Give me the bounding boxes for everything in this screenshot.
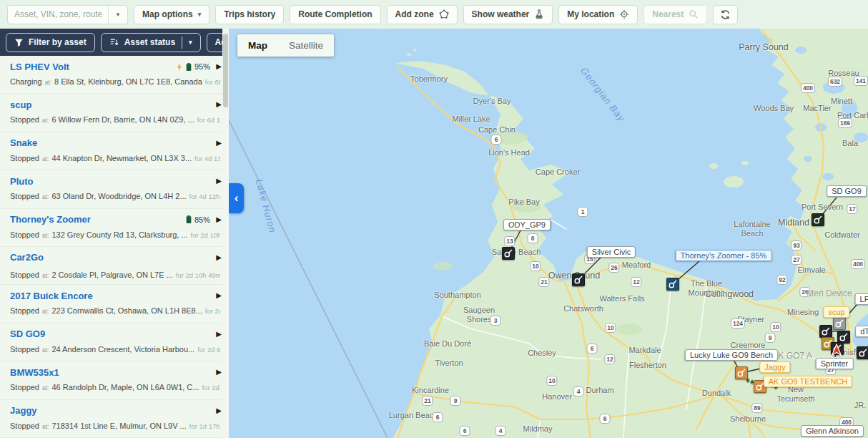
route-shield: 169 — [838, 118, 852, 128]
asset-map-label[interactable]: Lucky Luke GO9 Bench — [685, 349, 778, 361]
route-shield: 10 — [546, 376, 557, 386]
sidebar-scrollbar — [222, 29, 229, 438]
show-weather-button[interactable]: Show weather — [463, 5, 553, 24]
expand-arrow-icon[interactable]: ▶ — [216, 407, 222, 414]
asset-marker-thorneys-zoomer[interactable] — [666, 278, 679, 291]
vehicle-name[interactable]: Snake — [10, 137, 37, 148]
vehicle-name[interactable]: BMW535x1 — [10, 367, 59, 378]
map-overlay: TobermoryDyer's BayMiller LakeCape ChinL… — [229, 29, 868, 438]
town-label: Bala — [842, 139, 858, 148]
device-pointer-icon — [813, 215, 823, 225]
town-label: Dundalk — [702, 389, 731, 398]
expand-arrow-icon[interactable]: ▶ — [216, 177, 222, 185]
vehicle-list-item[interactable]: LS PHEV Volt 95% ▶ Charging at: 8 Ella S… — [0, 56, 229, 94]
expand-arrow-icon[interactable]: ▶ — [216, 291, 222, 299]
asset-map-label[interactable]: Jaggy — [759, 361, 790, 373]
sidebar-header: Filter by asset Asset status ▾ Advanced — [0, 29, 229, 56]
town-label: The BlueMountains — [689, 279, 725, 297]
top-toolbar: ▾ Map options ▾ Trips history Route Comp… — [0, 0, 868, 29]
expand-arrow-icon[interactable]: ▶ — [216, 330, 222, 338]
route-shield: 1 — [578, 207, 588, 217]
vehicle-list-item[interactable]: Thorney's Zoomer 85% ▶ Stopped at: 132 G… — [0, 209, 229, 247]
vehicle-name[interactable]: 2017 Buick Encore — [10, 291, 93, 301]
vehicle-name[interactable]: LS PHEV Volt — [10, 62, 69, 72]
search-input[interactable] — [8, 6, 108, 24]
vehicle-name[interactable]: SD GO9 — [10, 328, 45, 339]
route-shield: 6 — [460, 426, 470, 436]
add-zone-button[interactable]: Add zone — [387, 5, 458, 24]
map-options-button[interactable]: Map options ▾ — [134, 5, 209, 24]
vehicle-list: LS PHEV Volt 95% ▶ Charging at: 8 Ella S… — [0, 56, 229, 438]
asset-map-label[interactable]: dTe — [855, 326, 868, 337]
vehicle-status: Charging — [10, 77, 42, 86]
asset-map-label[interactable]: LF — [855, 293, 868, 305]
expand-arrow-icon[interactable]: ▶ — [216, 139, 222, 147]
device-pointer-icon — [573, 275, 583, 285]
vehicle-list-item[interactable]: Snake ▶ Stopped at: 44 Knapton Dr, Newma… — [0, 132, 229, 170]
vehicle-list-item[interactable]: Jaggy ▶ Stopped at: 718314 1st Line E, M… — [0, 400, 229, 438]
chevron-down-icon[interactable]: ▾ — [189, 39, 192, 46]
town-label: Cape Chin — [478, 125, 516, 135]
route-shield: 13 — [504, 236, 515, 246]
map-canvas[interactable]: TobermoryDyer's BayMiller LakeCape ChinL… — [229, 29, 868, 438]
my-location-button[interactable]: My location — [558, 5, 638, 24]
vehicle-name[interactable]: Car2Go — [10, 252, 44, 263]
vehicle-list-item[interactable]: BMW535x1 ▶ Stopped at: 46 Randolph Dr, M… — [0, 361, 229, 399]
town-label: Chesley — [528, 349, 556, 358]
asset-sidebar: Filter by asset Asset status ▾ Advanced … — [0, 29, 229, 438]
map-type-map-button[interactable]: Map — [237, 34, 278, 57]
asset-map-label[interactable]: Glenn Atkinson — [801, 425, 864, 437]
magnifier-icon — [689, 9, 699, 19]
asset-status-button[interactable]: Asset status ▾ — [101, 33, 201, 52]
route-completion-button[interactable]: Route Completion — [290, 5, 380, 24]
asset-marker-sd-go9[interactable] — [812, 213, 824, 226]
vehicle-name[interactable]: Jaggy — [10, 405, 37, 416]
vehicle-list-item[interactable]: scup ▶ Stopped at: 6 Willow Fern Dr, Bar… — [0, 94, 229, 132]
vehicle-list-item[interactable]: SD GO9 ▶ Stopped at: 24 Anderson Crescen… — [0, 323, 229, 361]
at-label: at: — [42, 232, 49, 239]
filter-by-asset-button[interactable]: Filter by asset — [6, 33, 95, 52]
expand-arrow-icon[interactable]: ▶ — [216, 215, 222, 223]
nearest-button[interactable]: Nearest — [643, 5, 707, 24]
filter-by-asset-label: Filter by asset — [29, 37, 87, 47]
expand-arrow-icon[interactable]: ▶ — [216, 368, 222, 376]
alert-arrow-icon[interactable] — [831, 344, 842, 359]
at-label: at: — [42, 346, 49, 354]
stopped-duration: for 2d 9h 0m 10s — [197, 346, 220, 354]
asset-map-label[interactable]: AK GO9 TESTBENCH — [764, 376, 852, 387]
asset-map-label[interactable]: Silver Civic — [587, 246, 636, 258]
route-shield: 400 — [851, 259, 865, 269]
asset-marker-silver-civic[interactable] — [572, 273, 585, 286]
asset-map-label[interactable]: Thorney's Zoomer - 85% — [676, 250, 772, 261]
asset-marker-scup[interactable] — [833, 317, 846, 330]
at-label: at: — [42, 423, 49, 430]
search-caret-button[interactable]: ▾ — [108, 6, 127, 24]
vehicle-list-item[interactable]: Pluto ▶ Stopped at: 63 Oland Dr, Woodbri… — [0, 170, 229, 208]
scrollbar-thumb[interactable] — [223, 34, 228, 107]
trips-history-label: Trips history — [224, 9, 275, 19]
asset-map-label[interactable]: ODY_GP9 — [503, 219, 551, 230]
trips-history-button[interactable]: Trips history — [215, 5, 284, 24]
asset-map-label[interactable]: Sprinter — [816, 358, 854, 369]
route-shield: 93 — [791, 240, 802, 250]
map-type-satellite-button[interactable]: Satellite — [278, 34, 334, 57]
vehicle-list-item[interactable]: Car2Go ▶ Stopped at: 2 Cosdale Pl, Palgr… — [0, 247, 229, 285]
asset-marker-cluster-1[interactable] — [819, 325, 832, 338]
route-shield: 6 — [600, 414, 611, 424]
vehicle-name[interactable]: Thorney's Zoomer — [10, 214, 91, 225]
asset-map-label[interactable]: SD GO9 — [827, 185, 867, 197]
device-pointer-icon — [858, 348, 868, 358]
refresh-button[interactable] — [713, 5, 738, 24]
vehicle-name[interactable]: Pluto — [10, 176, 34, 187]
vehicle-list-item[interactable]: 2017 Buick Encore ▶ Stopped at: 223 Corn… — [0, 285, 229, 323]
asset-marker-ody-gp9[interactable] — [502, 247, 515, 260]
asset-map-label[interactable]: scup — [823, 306, 849, 318]
expand-arrow-icon[interactable]: ▶ — [216, 253, 222, 261]
vehicle-name[interactable]: scup — [10, 99, 31, 110]
asset-marker-edge-device[interactable] — [857, 346, 868, 359]
at-label: at: — [42, 193, 49, 200]
expand-arrow-icon[interactable]: ▶ — [216, 62, 222, 70]
sidebar-collapse-tab[interactable]: ‹ — [229, 183, 244, 213]
expand-arrow-icon[interactable]: ▶ — [216, 100, 222, 108]
battery-icon — [185, 215, 192, 224]
